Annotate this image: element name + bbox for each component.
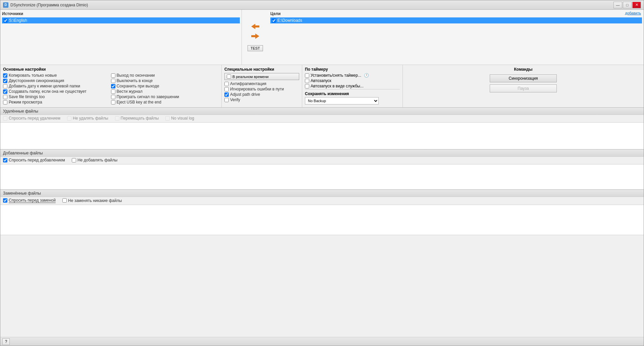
journal-checkbox[interactable] — [111, 89, 115, 94]
copy-new-label[interactable]: Копировать только новые — [9, 73, 57, 78]
close-button[interactable]: ✕ — [632, 2, 641, 8]
no-add-label[interactable]: Не добавлять файлы — [77, 158, 117, 162]
added-files-section: Добавленные файлы Спросить перед добавле… — [0, 149, 644, 190]
no-replace-label[interactable]: Не заменять никакие файлы — [68, 198, 122, 203]
ignore-errors-checkbox[interactable] — [224, 87, 229, 91]
pause-button[interactable]: Пауза — [490, 84, 557, 92]
set-timer-label[interactable]: Установить/снять таймер... — [311, 73, 361, 78]
bidirectional-label[interactable]: Двусторонняя синхронизация — [9, 78, 64, 83]
add-date-checkbox[interactable] — [3, 84, 7, 88]
separator — [305, 89, 400, 89]
autostart-label[interactable]: Автозапуск — [311, 78, 331, 83]
move-files-checkbox[interactable] — [115, 116, 119, 121]
eject-usb-label[interactable]: Eject USB key at the end — [117, 100, 161, 105]
shutdown-label[interactable]: Выключить в конце — [117, 78, 153, 83]
targets-add-link[interactable]: добавить — [625, 11, 641, 15]
ask-replace-label[interactable]: Спросить перед заменой — [9, 198, 56, 203]
settings-row: Основные настройки Копировать только нов… — [0, 65, 644, 108]
cb-move-files: Перемещать файлы — [115, 116, 159, 121]
save-changes-dropdown[interactable]: No Backup Full Backup Incremental Backup — [305, 97, 379, 105]
save-on-exit-label[interactable]: Сохранить при выходе — [117, 84, 159, 88]
targets-panel: Цели добавить E:\Downloads — [269, 10, 644, 65]
added-files-list — [0, 164, 644, 190]
cb-ask-delete: Спросить перед удалением — [3, 116, 60, 121]
special-settings-panel: Специальные настройки В реальном времени… — [222, 65, 302, 107]
journal-label[interactable]: Вести журнал — [117, 89, 143, 94]
no-delete-checkbox[interactable] — [67, 116, 71, 121]
adjust-path-checkbox[interactable] — [224, 92, 229, 97]
save-on-exit-checkbox[interactable] — [111, 84, 115, 88]
add-date-label[interactable]: Добавить дату к имени целевой папки — [9, 84, 80, 88]
no-visual-log-checkbox[interactable] — [165, 116, 170, 121]
minimize-button[interactable]: — — [613, 2, 622, 8]
source-item: S:\English — [2, 17, 240, 23]
added-files-options: Спросить перед добавлением Не добавлять … — [0, 157, 644, 164]
realtime-checkbox[interactable] — [227, 74, 231, 79]
replaced-files-header: Заменённые файлы — [0, 190, 644, 197]
commands-panel: Команды Синхронизация Пауза — [403, 65, 644, 107]
antifrag-checkbox[interactable] — [224, 82, 229, 86]
antifrag-label[interactable]: Антифрагментация — [230, 81, 266, 86]
ask-delete-checkbox[interactable] — [3, 116, 7, 121]
arrow-right-button[interactable] — [251, 33, 260, 41]
realtime-button[interactable]: В реальном времени — [224, 73, 299, 80]
timer-clock-icon: 🕐 — [364, 73, 369, 78]
autostart-service-checkbox[interactable] — [305, 84, 309, 88]
special-settings-title: Специальные настройки — [224, 67, 299, 72]
adjust-path-label[interactable]: Adjust path drive — [230, 92, 260, 97]
realtime-label[interactable]: В реальном времени — [232, 75, 269, 79]
window-controls: — □ ✕ — [613, 2, 641, 8]
svg-rect-1 — [255, 25, 259, 27]
source-checkbox[interactable] — [3, 18, 8, 23]
main-window: D DSynchronize (Программа создана Dimio)… — [0, 0, 644, 346]
preview-mode-checkbox[interactable] — [3, 100, 7, 105]
ignore-errors-label[interactable]: Игнорировать ошибки в пути — [230, 87, 284, 91]
exit-on-finish-checkbox[interactable] — [111, 73, 115, 78]
arrow-left-button[interactable] — [251, 23, 260, 31]
cb-ask-replace: Спросить перед заменой — [3, 198, 56, 203]
autostart-service-label[interactable]: Автозапуск в виде службы... — [311, 84, 364, 88]
cb-copy-new: Копировать только новые — [3, 73, 111, 78]
bidirectional-checkbox[interactable] — [3, 79, 7, 83]
ask-delete-label: Спросить перед удалением — [9, 116, 60, 121]
cb-preview-mode: Режим просмотра — [3, 100, 111, 105]
shutdown-checkbox[interactable] — [111, 79, 115, 83]
cb-save-on-exit: Сохранить при выходе — [111, 84, 219, 88]
verify-checkbox[interactable] — [224, 98, 229, 102]
basic-settings-panel: Основные настройки Копировать только нов… — [0, 65, 222, 107]
ask-add-label[interactable]: Спросить перед добавлением — [9, 158, 65, 162]
exit-on-finish-label[interactable]: Выход по окончании — [117, 73, 155, 78]
sound-checkbox[interactable] — [111, 95, 115, 99]
preview-mode-label[interactable]: Режим просмотра — [9, 100, 42, 105]
ask-add-checkbox[interactable] — [3, 158, 7, 162]
status-icon-button[interactable]: ? — [2, 338, 10, 345]
create-folder-checkbox[interactable] — [3, 89, 7, 94]
ask-replace-checkbox[interactable] — [3, 198, 7, 203]
cb-add-date: Добавить дату к имени целевой папки — [3, 84, 111, 88]
no-replace-checkbox[interactable] — [62, 198, 67, 203]
verify-label[interactable]: Verify — [230, 97, 240, 102]
sync-button[interactable]: Синхронизация — [490, 74, 557, 82]
no-visual-log-label: No visual log — [171, 116, 194, 121]
set-timer-checkbox[interactable] — [305, 73, 309, 78]
svg-marker-0 — [251, 24, 255, 29]
copy-new-checkbox[interactable] — [3, 73, 7, 78]
target-checkbox[interactable] — [272, 18, 276, 23]
no-add-checkbox[interactable] — [72, 158, 76, 162]
basic-settings-title: Основные настройки — [3, 67, 219, 72]
save-timings-checkbox[interactable] — [3, 95, 7, 99]
save-timings-label[interactable]: Save file timings too — [9, 94, 45, 99]
create-folder-label[interactable]: Создавать папку, если она не существует — [9, 89, 87, 94]
autostart-checkbox[interactable] — [305, 79, 309, 83]
app-icon: D — [3, 2, 8, 8]
cb-exit-on-finish: Выход по окончании — [111, 73, 219, 78]
test-button[interactable]: TEST — [248, 45, 263, 51]
cb-journal: Вести журнал — [111, 89, 219, 94]
basic-settings-cols: Копировать только новые Двусторонняя син… — [3, 73, 219, 105]
cb-set-timer: Установить/снять таймер... 🕐 — [305, 73, 400, 78]
sound-label[interactable]: Проиграть сигнал по завершении — [117, 94, 179, 99]
eject-usb-checkbox[interactable] — [111, 100, 115, 105]
maximize-button[interactable]: □ — [623, 2, 632, 8]
cb-no-delete: Не удалять файлы — [67, 116, 108, 121]
deleted-files-header: Удалённые файлы — [0, 108, 644, 115]
